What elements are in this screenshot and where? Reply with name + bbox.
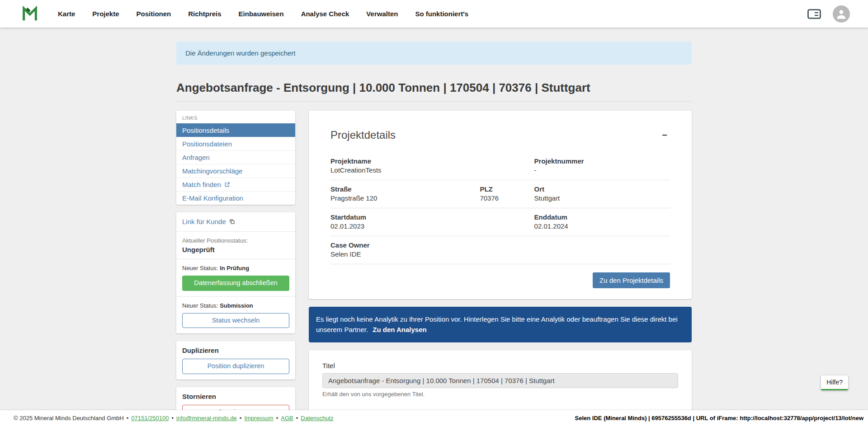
main-panel: Projektdetails − Projektname LotCreation… (309, 111, 692, 410)
new-status-value: Submission (220, 302, 253, 309)
navbar-right (807, 5, 850, 23)
cancel-card: Stornieren Stornieren ▾ (176, 387, 295, 410)
sidebar-item-positionsdetails[interactable]: Positionsdetails (176, 123, 295, 137)
links-header: LINKS (176, 111, 295, 123)
nav-item-karte[interactable]: Karte (58, 10, 75, 18)
current-status-label: Aktueller Positionsstatus: (182, 237, 289, 244)
customer-link[interactable]: Link für Kunde (182, 218, 235, 225)
current-status-value: Ungeprüft (182, 246, 289, 253)
links-card: LINKS Positionsdetails Positionsdateien … (176, 111, 295, 205)
footer-separator: • (276, 415, 278, 421)
brand-logo[interactable] (21, 5, 39, 23)
saved-alert-text: Die Änderungen wurden gespeichert (185, 49, 296, 57)
analytics-alert-link[interactable]: Zu den Analysen (373, 326, 426, 333)
footer-separator: • (171, 415, 174, 421)
field-value: Pragstraße 120 (330, 194, 480, 202)
footer-left: © 2025 Mineral Minds Deutschland GmbH • … (14, 415, 334, 421)
status-card: Link für Kunde Aktueller Positionsstatus… (176, 212, 295, 333)
content-area: Die Änderungen wurden gespeichert Angebo… (0, 28, 868, 410)
field-value: LotCreationTests (330, 166, 534, 174)
footer-separator: • (240, 415, 242, 421)
field-value: 02.01.2024 (534, 222, 670, 230)
footer-link-phone[interactable]: 07151/250100 (131, 415, 169, 421)
sidebar-item-match-finden[interactable]: Match finden (176, 178, 295, 191)
nav-item-richtpreis[interactable]: Richtpreis (188, 10, 221, 18)
sidebar-item-anfragen[interactable]: Anfragen (176, 150, 295, 164)
saved-alert: Die Änderungen wurden gespeichert (176, 42, 692, 65)
duplicate-card: Duplizieren Position duplizieren (176, 341, 295, 379)
sidebar-item-email-konfiguration[interactable]: E-Mail Konfiguration (176, 191, 295, 205)
collapse-icon[interactable]: − (659, 129, 670, 141)
field-label: Straße (330, 185, 480, 193)
footer-copyright: © 2025 Mineral Minds Deutschland GmbH (14, 415, 124, 421)
nav-item-einbauweisen[interactable]: Einbauweisen (239, 10, 284, 18)
field-value: Stuttgart (534, 194, 670, 202)
person-icon (835, 8, 847, 20)
complete-data-entry-button[interactable]: Datenerfassung abschließen (182, 276, 289, 291)
new-status-prefix: Neuer Status: (182, 265, 218, 272)
footer-link-impressum[interactable]: Impressum (244, 415, 273, 421)
external-link-icon (224, 182, 230, 187)
footer-link-agb[interactable]: AGB (281, 415, 293, 421)
nav-item-verwalten[interactable]: Verwalten (366, 10, 398, 18)
sidebar-item-matchingvorschlaege[interactable]: Matchingvorschläge (176, 164, 295, 178)
position-form-card: Titel Erhält den von uns vorgegebenen Ti… (309, 350, 692, 411)
footer: © 2025 Mineral Minds Deutschland GmbH • … (0, 410, 868, 426)
titel-input (322, 373, 678, 388)
project-row-owner: Case Owner Selen IDE (330, 236, 670, 264)
new-status-line-1: Neuer Status: In Prüfung (182, 265, 289, 272)
project-row-name: Projektname LotCreationTests Projektnumm… (330, 152, 670, 180)
project-details-button[interactable]: Zu den Projektdetails (593, 272, 670, 288)
project-details-card: Projektdetails − Projektname LotCreation… (309, 111, 692, 299)
new-status-line-2: Neuer Status: Submission (182, 302, 289, 309)
analytics-alert-text: Es liegt noch keine Analytik zu Ihrer Po… (316, 315, 678, 333)
copy-icon (229, 219, 235, 225)
duplicate-title: Duplizieren (182, 346, 289, 354)
footer-link-email[interactable]: info@mineral-minds.de (176, 415, 237, 421)
footer-separator: • (296, 415, 298, 421)
field-label: Projektname (330, 157, 534, 165)
new-status-prefix: Neuer Status: (182, 302, 218, 309)
field-label: Case Owner (330, 241, 670, 249)
field-value: 02.01.2023 (330, 222, 534, 230)
customer-link-label: Link für Kunde (182, 218, 226, 225)
project-details-heading: Projektdetails (330, 129, 396, 141)
cancel-dropdown-button[interactable]: Stornieren ▾ (182, 405, 289, 410)
field-value: 70376 (480, 194, 534, 202)
footer-separator: • (127, 415, 129, 421)
project-row-dates: Startdatum 02.01.2023 Enddatum 02.01.202… (330, 208, 670, 236)
field-value: - (534, 166, 670, 174)
field-value: Selen IDE (330, 250, 670, 258)
sidebar-item-label: Match finden (182, 181, 221, 188)
field-label: Projektnummer (534, 157, 670, 165)
new-status-value: In Prüfung (220, 265, 249, 272)
titel-label: Titel (322, 362, 678, 370)
cancel-title: Stornieren (182, 393, 289, 400)
sidebar-item-positionsdateien[interactable]: Positionsdateien (176, 137, 295, 150)
help-button[interactable]: Hilfe? (821, 375, 848, 390)
change-status-button[interactable]: Status wechseln (182, 313, 289, 328)
titel-help: Erhält den von uns vorgegebenen Titel. (322, 391, 678, 398)
card-list-icon[interactable] (807, 9, 821, 19)
nav-item-so-funktionierts[interactable]: So funktioniert's (415, 10, 468, 18)
nav-item-projekte[interactable]: Projekte (92, 10, 119, 18)
footer-session-info: Selen IDE (Mineral Minds) | 69576255536d… (575, 415, 863, 421)
page-title: Angebotsanfrage - Entsorgung | 10.000 To… (176, 81, 692, 102)
logo-m-icon (21, 5, 39, 23)
field-label: PLZ (480, 185, 534, 193)
footer-link-datenschutz[interactable]: Datenschutz (301, 415, 333, 421)
user-avatar[interactable] (833, 5, 850, 23)
sidebar: LINKS Positionsdetails Positionsdateien … (176, 111, 295, 410)
field-label: Startdatum (330, 213, 534, 221)
nav-item-positionen[interactable]: Positionen (137, 10, 171, 18)
main-nav: Karte Projekte Positionen Richtpreis Ein… (58, 10, 468, 18)
duplicate-position-button[interactable]: Position duplizieren (182, 359, 289, 374)
field-label: Enddatum (534, 213, 670, 221)
analytics-alert: Es liegt noch keine Analytik zu Ihrer Po… (309, 307, 692, 342)
nav-item-analyse-check[interactable]: Analyse Check (301, 10, 349, 18)
field-label: Ort (534, 185, 670, 193)
project-row-address: Straße Pragstraße 120 PLZ 70376 Ort Stut… (330, 180, 670, 208)
top-navbar: Karte Projekte Positionen Richtpreis Ein… (0, 0, 868, 28)
